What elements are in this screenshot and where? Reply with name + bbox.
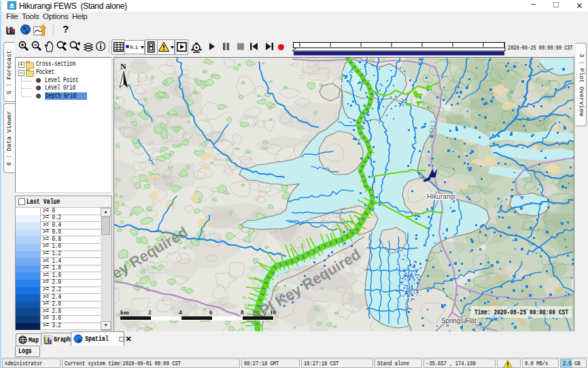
svg-text:km: km xyxy=(120,309,129,316)
svg-text:N: N xyxy=(120,62,126,71)
svg-text:6: 6 xyxy=(209,309,213,316)
svg-text:10: 10 xyxy=(270,309,277,316)
svg-text:2: 2 xyxy=(148,309,152,316)
svg-text:Hikurangi: Hikurangi xyxy=(427,192,455,200)
svg-text:Time: 2020-08-25 00:00:00 CST: Time: 2020-08-25 00:00:00 CST xyxy=(474,309,568,316)
svg-text:4: 4 xyxy=(179,309,182,316)
svg-text:8: 8 xyxy=(241,309,244,316)
svg-text:SH 1: SH 1 xyxy=(428,119,436,134)
